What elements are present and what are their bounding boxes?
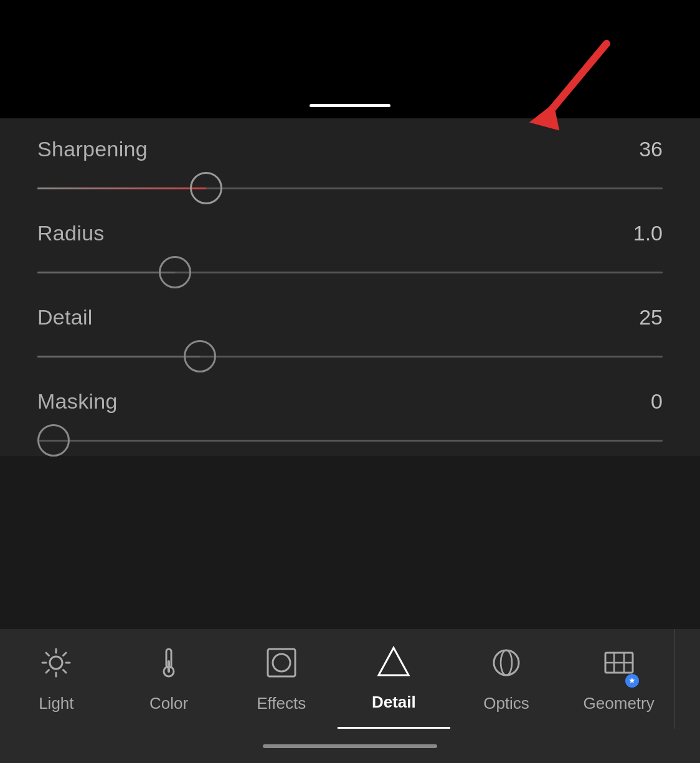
optics-icon	[489, 645, 524, 685]
optics-label: Optics	[483, 694, 529, 713]
sharpening-thumb[interactable]	[190, 172, 222, 204]
detail-thumb[interactable]	[184, 340, 216, 372]
svg-line-10	[46, 670, 49, 673]
svg-point-15	[273, 654, 290, 671]
nav-item-partial	[675, 629, 700, 729]
effects-label: Effects	[257, 694, 306, 713]
radius-section: Radius 1.0	[37, 221, 663, 288]
geometry-label: Geometry	[584, 694, 655, 713]
geometry-badge-star: ★	[625, 674, 639, 688]
svg-point-17	[494, 650, 519, 675]
nav-item-geometry[interactable]: ★ Geometry	[562, 629, 675, 729]
svg-point-2	[50, 656, 62, 669]
svg-point-18	[501, 650, 512, 675]
svg-line-7	[46, 653, 49, 656]
nav-item-optics[interactable]: Optics	[450, 629, 563, 729]
radius-slider[interactable]	[37, 257, 663, 288]
nav-item-light[interactable]: Light	[0, 629, 113, 729]
masking-label: Masking	[37, 389, 118, 414]
masking-value: 0	[651, 389, 663, 414]
home-indicator	[0, 729, 700, 763]
main-panel: Sharpening 36 Radius 1.0 Detail 25	[0, 118, 700, 456]
detail-fill	[37, 356, 200, 358]
radius-label: Radius	[37, 221, 105, 245]
detail-value: 25	[639, 305, 663, 329]
nav-item-effects[interactable]: Effects	[225, 629, 338, 729]
radius-value: 1.0	[633, 221, 663, 245]
sharpening-fill	[37, 187, 206, 189]
masking-section: Masking 0	[37, 389, 663, 456]
radius-thumb[interactable]	[159, 256, 191, 288]
color-icon	[151, 645, 186, 685]
detail-label: Detail	[37, 305, 93, 329]
masking-thumb[interactable]	[37, 424, 70, 457]
radius-fill	[37, 272, 175, 273]
detail-slider[interactable]	[37, 341, 663, 372]
nav-item-detail[interactable]: Detail	[338, 629, 450, 729]
light-icon	[39, 645, 73, 685]
masking-slider[interactable]	[37, 425, 663, 456]
sharpening-value: 36	[639, 137, 663, 161]
geometry-icon: ★	[602, 645, 636, 685]
svg-line-8	[64, 670, 67, 673]
svg-line-9	[64, 653, 67, 656]
nav-divider	[674, 629, 675, 729]
drag-handle[interactable]	[310, 104, 390, 107]
light-label: Light	[39, 694, 73, 713]
bottom-nav: Light Color Eff	[0, 629, 700, 763]
color-label: Color	[149, 694, 188, 713]
detail-section: Detail 25	[37, 305, 663, 372]
nav-items-container: Light Color Eff	[0, 629, 700, 729]
masking-track	[37, 440, 663, 442]
sharpening-slider[interactable]	[37, 173, 663, 204]
home-bar	[263, 744, 437, 748]
sharpening-section: Sharpening 36	[37, 137, 663, 204]
top-black-area	[0, 0, 700, 118]
detail-icon	[376, 644, 411, 684]
sharpening-label: Sharpening	[37, 137, 148, 161]
effects-icon	[264, 645, 299, 685]
svg-marker-16	[379, 648, 409, 675]
detail-label: Detail	[372, 693, 416, 712]
nav-item-color[interactable]: Color	[113, 629, 225, 729]
